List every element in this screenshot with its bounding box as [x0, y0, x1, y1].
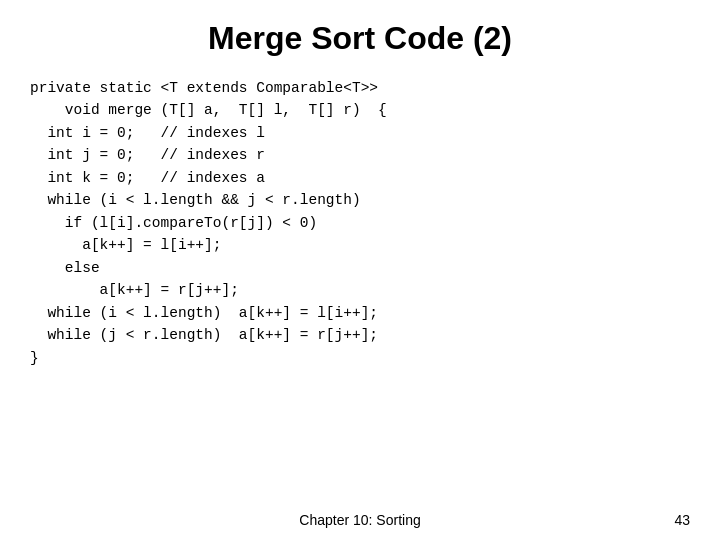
footer: Chapter 10: Sorting 43: [0, 512, 720, 528]
code-block: private static <T extends Comparable<T>>…: [30, 77, 690, 500]
footer-page: 43: [674, 512, 690, 528]
slide: Merge Sort Code (2) private static <T ex…: [0, 0, 720, 540]
slide-title: Merge Sort Code (2): [30, 20, 690, 57]
footer-chapter: Chapter 10: Sorting: [299, 512, 420, 528]
